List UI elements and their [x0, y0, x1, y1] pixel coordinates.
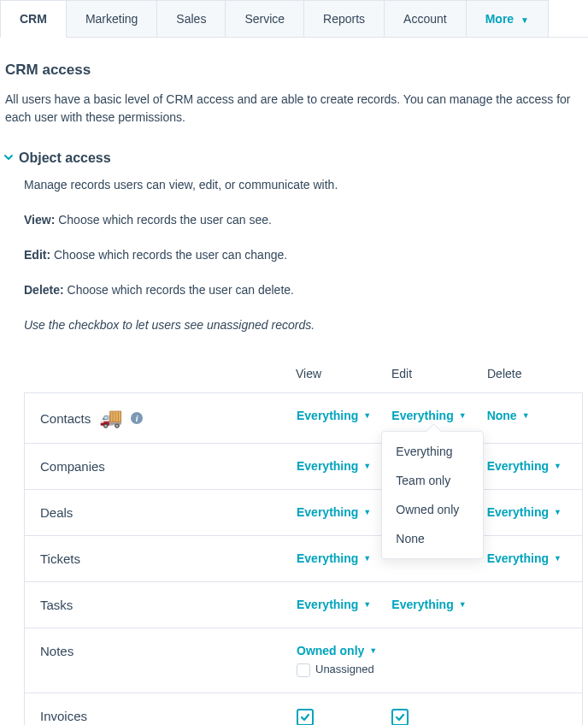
help-view: View: Choose which records the user can …: [24, 211, 583, 229]
col-view: View: [296, 367, 391, 380]
caret-down-icon: ▼: [369, 646, 377, 655]
caret-down-icon: ▼: [363, 600, 371, 609]
menu-option-none[interactable]: None: [382, 524, 483, 553]
caret-down-icon: ▼: [459, 411, 467, 420]
object-label: Companies: [40, 459, 105, 474]
menu-option-team-only[interactable]: Team only: [382, 466, 483, 495]
object-label: Notes: [40, 644, 74, 658]
contacts-edit-dropdown[interactable]: Everything▼ Everything Team only Owned o…: [391, 409, 466, 422]
caret-down-icon: ▼: [363, 462, 371, 470]
notes-unassigned-checkbox[interactable]: Unassigned: [297, 663, 374, 677]
object-label: Invoices: [40, 709, 87, 723]
help-edit: Edit: Choose which records the user can …: [24, 246, 583, 264]
row-contacts: Contacts 🚚 i Everything▼ Everything▼ Eve…: [24, 392, 583, 444]
section-intro: Manage records users can view, edit, or …: [24, 176, 583, 194]
invoices-edit-checkbox[interactable]: [391, 709, 409, 725]
help-delete: Delete: Choose which records the user ca…: [24, 281, 583, 299]
tasks-edit-dropdown[interactable]: Everything▼: [391, 598, 466, 611]
tickets-delete-dropdown[interactable]: Everything▼: [487, 551, 562, 565]
page-description: All users have a basic level of CRM acce…: [5, 91, 583, 127]
tab-more[interactable]: More ▼: [466, 0, 549, 37]
tab-marketing[interactable]: Marketing: [66, 0, 157, 37]
invoices-view-checkbox[interactable]: [297, 709, 314, 725]
row-tickets: Tickets Everything▼ Everything▼: [24, 536, 583, 582]
menu-option-owned-only[interactable]: Owned only: [382, 495, 483, 524]
menu-option-everything[interactable]: Everything: [382, 437, 483, 466]
object-label: Deals: [40, 505, 73, 520]
object-label: Tickets: [40, 551, 80, 566]
tab-more-label: More: [485, 12, 514, 26]
contacts-view-dropdown[interactable]: Everything▼: [297, 409, 371, 422]
caret-down-icon: ▼: [363, 554, 371, 563]
col-delete: Delete: [487, 367, 583, 380]
chevron-down-icon: [3, 151, 14, 165]
tab-sales[interactable]: Sales: [156, 0, 226, 37]
caret-down-icon: ▼: [554, 508, 562, 516]
companies-delete-dropdown[interactable]: Everything▼: [487, 459, 562, 473]
caret-down-icon: ▼: [554, 554, 562, 563]
page-title: CRM access: [5, 62, 583, 79]
tab-account[interactable]: Account: [384, 0, 467, 37]
tab-reports[interactable]: Reports: [303, 0, 385, 37]
section-title: Object access: [19, 150, 111, 166]
row-notes: Notes Owned only▼ Unassigned: [24, 628, 583, 693]
row-companies: Companies Everything▼ Everything▼: [24, 444, 583, 490]
object-label: Tasks: [40, 598, 73, 612]
caret-down-icon: ▼: [522, 411, 530, 420]
truck-icon: 🚚: [99, 409, 122, 427]
table-header: View Edit Delete: [24, 360, 583, 392]
caret-down-icon: ▼: [459, 600, 467, 609]
main-tabs: CRM Marketing Sales Service Reports Acco…: [0, 0, 588, 38]
tab-service[interactable]: Service: [225, 0, 304, 37]
companies-view-dropdown[interactable]: Everything▼: [297, 459, 371, 473]
row-invoices: Invoices: [24, 693, 583, 725]
deals-view-dropdown[interactable]: Everything▼: [297, 505, 371, 519]
tickets-view-dropdown[interactable]: Everything▼: [297, 551, 371, 565]
row-deals: Deals Everything▼ Everything▼: [24, 490, 583, 536]
tab-crm[interactable]: CRM: [0, 0, 67, 38]
section-toggle[interactable]: Object access: [3, 150, 583, 166]
caret-down-icon: ▼: [363, 508, 371, 516]
deals-delete-dropdown[interactable]: Everything▼: [487, 505, 562, 519]
tasks-view-dropdown[interactable]: Everything▼: [297, 598, 371, 611]
caret-down-icon: ▼: [554, 462, 562, 470]
col-edit: Edit: [391, 367, 487, 380]
caret-down-icon: ▼: [363, 411, 371, 420]
info-icon[interactable]: i: [131, 412, 143, 424]
contacts-delete-dropdown[interactable]: None▼: [487, 409, 530, 422]
object-label: Contacts: [40, 411, 91, 426]
row-tasks: Tasks Everything▼ Everything▼: [24, 582, 583, 628]
notes-view-dropdown[interactable]: Owned only▼: [297, 644, 377, 657]
dropdown-menu: Everything Team only Owned only None: [381, 431, 484, 559]
section-hint: Use the checkbox to let users see unassi…: [24, 316, 583, 334]
chevron-down-icon: ▼: [520, 15, 529, 25]
